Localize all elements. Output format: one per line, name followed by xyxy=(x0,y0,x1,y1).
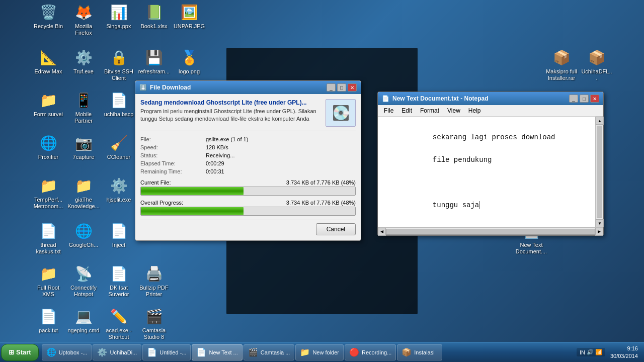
taskbar-item-instalasi[interactable]: 📦 Instalasi xyxy=(397,344,442,360)
desktop-icon-hjsplit[interactable]: ⚙️ hjsplit.exe xyxy=(101,173,137,205)
status-value: Receiving... xyxy=(206,152,356,158)
desktop-icon-acad[interactable]: ✏️ acad.exe - Shortcut xyxy=(101,304,137,342)
notepad-icon: 📄 xyxy=(382,95,389,102)
dialog-close-button[interactable]: ✕ xyxy=(348,83,357,92)
refresh-icon-img: 💾 xyxy=(144,47,164,67)
desktop-icon-proxifier[interactable]: 🌐 Proxifier xyxy=(30,131,66,162)
thread-label: thread kaskus.txt xyxy=(32,242,64,255)
notepad-menu-view[interactable]: View xyxy=(443,106,464,115)
desktop-icon-dkisat[interactable]: 📄 DK Isat Suverior xyxy=(101,261,137,300)
taskbar-item-newtext[interactable]: 📄 New Text ... xyxy=(192,344,242,360)
dialog-header-desc: Program ini perlu menginstall Ghostscrip… xyxy=(140,108,320,123)
uchiha-taskbar-label: UchihaDi... xyxy=(110,349,137,355)
notepad-minimize-button[interactable]: _ xyxy=(569,95,578,103)
connectify-label: Connectify Hotspot xyxy=(67,285,100,298)
tray-in-label: IN xyxy=(580,349,585,355)
desktop-icon-edraw[interactable]: 📐 Edraw Max xyxy=(30,45,66,77)
desktop-icon-form[interactable]: 📁 Form survei xyxy=(30,88,66,120)
notepad-title-text: New Text Document.txt - Notepad xyxy=(392,95,488,102)
desktop-icon-ngeping[interactable]: 💻 ngeping.cmd xyxy=(65,304,102,336)
desktop-icon-book[interactable]: 📗 Book1.xlsx xyxy=(136,0,172,32)
desktop-icon-recycle-bin[interactable]: 🗑️ Recycle Bin xyxy=(30,0,66,32)
desktop-icon-gia[interactable]: 📁 giaThe Knowledge... xyxy=(65,173,102,212)
taskbar-item-uptobox[interactable]: 🌐 Uptobox -... xyxy=(42,344,92,360)
scroll-left-arrow[interactable]: ◀ xyxy=(378,228,386,236)
desktop-icon-fullroot[interactable]: 📁 Full Root XMS xyxy=(30,261,66,300)
notepad-menu-file[interactable]: File xyxy=(380,106,397,115)
current-file-progress-section: Current File: 3.734 KB of 7.776 KB (48%)… xyxy=(140,179,356,216)
taskbar-item-uchiha[interactable]: ⚙️ UchihaDi... xyxy=(93,344,141,360)
desktop-icon-7capture[interactable]: 📷 7capture xyxy=(65,131,102,162)
desktop-icon-firefox[interactable]: 🦊 Mozilla Firefox xyxy=(65,0,102,38)
desktop-icon-truf[interactable]: ⚙️ Truf.exe xyxy=(65,45,102,77)
mobile-label: Mobile Partner xyxy=(67,111,100,124)
desktop-icon-unpar[interactable]: 🖼️ UNPAR.JPG xyxy=(171,0,207,32)
desktop-icon-singa[interactable]: 📊 Singa.ppx xyxy=(101,0,137,32)
unpar-icon-img: 🖼️ xyxy=(179,2,199,22)
inject-label: Inject xyxy=(112,242,125,248)
desktop-icon-camtasia[interactable]: 🎬 Camtasia Studio 8 xyxy=(136,304,172,342)
desktop-icon-tempo[interactable]: 📁 TempPerf... Metronom... xyxy=(30,173,66,212)
desktop-icon-pack[interactable]: 📄 pack.txt xyxy=(30,304,66,336)
fullroot-icon-img: 📁 xyxy=(38,263,58,284)
camtasia-label: Camtasia Studio 8 xyxy=(138,327,170,340)
desktop-icon-uchiha[interactable]: 📦 UchihaDFL... xyxy=(579,45,615,83)
notepad-window-controls: _ □ ✕ xyxy=(569,95,599,103)
book-label: Book1.xlsx xyxy=(140,23,167,30)
desktop-icon-maksipro[interactable]: 📦 Maksipro full Installer.rar xyxy=(543,45,580,83)
desktop-icon-logo[interactable]: 🏅 logo.png xyxy=(171,45,207,77)
elapsed-label: Elapsed Time: xyxy=(140,160,206,166)
firefox-label: Mozilla Firefox xyxy=(67,23,100,36)
gia-icon-img: 📁 xyxy=(73,175,94,196)
notepad-content[interactable]: sekarang lagi proses download file pendu… xyxy=(378,117,595,227)
notepad-close-button[interactable]: ✕ xyxy=(590,95,599,103)
scroll-hthumb[interactable] xyxy=(386,229,595,235)
proxifier-label: Proxifier xyxy=(38,154,58,160)
clock-time: 9:16 xyxy=(610,345,638,352)
current-progress-bar-fill xyxy=(141,187,244,195)
scroll-right-arrow[interactable]: ▶ xyxy=(595,228,603,236)
desktop-icon-uchiha2[interactable]: 📄 uchiha.bscp xyxy=(101,88,137,120)
uptobox-taskbar-label: Uptobox -... xyxy=(59,349,88,355)
notepad-body: sekarang lagi proses download file pendu… xyxy=(378,117,603,235)
inject-icon-img: 📄 xyxy=(109,221,129,241)
dialog-window-controls: _ □ ✕ xyxy=(327,83,357,92)
desktop-icon-connectify[interactable]: 📡 Connectify Hotspot xyxy=(65,261,102,300)
desktop-icon-bitvise[interactable]: 🔒 Bitvise SSH Client xyxy=(101,45,137,83)
desktop-icon-google[interactable]: 🌐 GoogleCh... xyxy=(65,219,102,250)
notepad-horizontal-scrollbar[interactable]: ◀ ▶ xyxy=(378,227,603,235)
dialog-minimize-button[interactable]: _ xyxy=(327,83,336,92)
acad-icon-img: ✏️ xyxy=(109,306,129,326)
logo-icon-img: 🏅 xyxy=(179,47,199,67)
desktop-icon-inject[interactable]: 📄 Inject xyxy=(101,219,137,250)
taskbar-item-untitled[interactable]: 📄 Untitled -... xyxy=(142,344,191,360)
dialog-header-text: Sedang mendownload Ghostscript Lite (fre… xyxy=(140,99,320,123)
taskbar-item-newfolder[interactable]: 📁 New folder xyxy=(295,344,344,360)
cancel-button[interactable]: Cancel xyxy=(316,223,356,235)
dialog-titlebar: ⬇️ File Download _ □ ✕ xyxy=(135,81,361,94)
form-icon-img: 📁 xyxy=(38,90,58,110)
taskbar-item-camtasia[interactable]: 🎬 Camtasia ... xyxy=(244,344,295,360)
dialog-title-text: File Download xyxy=(150,84,191,91)
desktop-icon-ccleaner[interactable]: 🧹 CCleaner xyxy=(101,131,137,162)
scroll-up-arrow[interactable]: ▲ xyxy=(596,117,604,125)
scroll-down-arrow[interactable]: ▼ xyxy=(596,219,604,227)
maksipro-icon-img: 📦 xyxy=(551,47,572,67)
desktop-icon-refresh[interactable]: 💾 refreshram... xyxy=(136,45,172,77)
notepad-menu-format[interactable]: Format xyxy=(416,106,443,115)
scroll-thumb[interactable] xyxy=(597,126,602,218)
notepad-vertical-scrollbar[interactable]: ▲ ▼ xyxy=(595,117,603,227)
connectify-icon-img: 📡 xyxy=(73,263,94,284)
start-button[interactable]: ⊞ Start xyxy=(1,344,39,361)
desktop-icon-mobile[interactable]: 📱 Mobile Partner xyxy=(65,88,102,126)
untitled-taskbar-icon: 📄 xyxy=(147,347,157,357)
dialog-maximize-button[interactable]: □ xyxy=(337,83,346,92)
desktop-icon-bullzip[interactable]: 🖨️ Bullzip PDF Printer xyxy=(136,261,172,300)
notepad-maximize-button[interactable]: □ xyxy=(580,95,589,103)
desktop-icon-thread[interactable]: 📄 thread kaskus.txt xyxy=(30,219,66,257)
notepad-menu-edit[interactable]: Edit xyxy=(397,106,416,115)
taskbar-item-recording[interactable]: 🔴 Recording... xyxy=(345,344,396,360)
notepad-menu-help[interactable]: Help xyxy=(464,106,485,115)
notepad-text-area[interactable]: sekarang lagi proses download file pendu… xyxy=(378,117,595,227)
recycle-bin-label: Recycle Bin xyxy=(34,23,63,30)
